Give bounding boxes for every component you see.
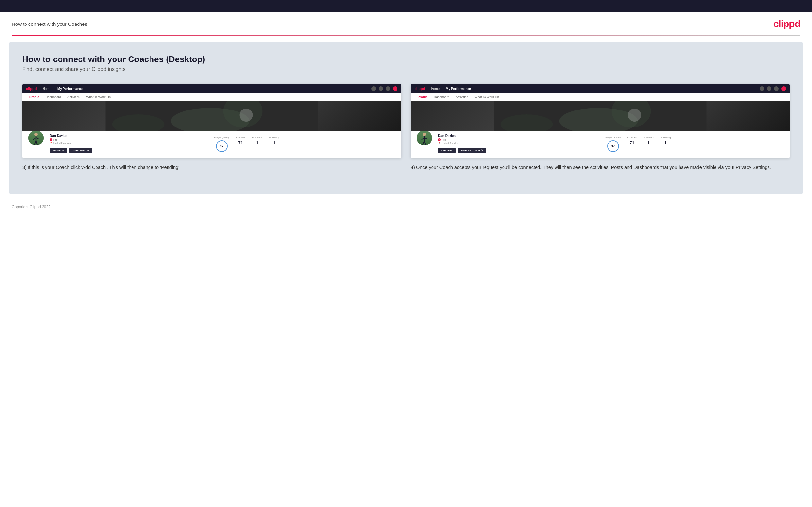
svg-point-5 — [34, 133, 38, 136]
svg-line-21 — [424, 141, 426, 145]
screenshot-col-2: clippd Home My Performance Profile Dashb… — [411, 84, 790, 171]
footer: Copyright Clippd 2022 — [0, 200, 812, 214]
add-coach-label-1: Add Coach — [72, 149, 86, 152]
search-icon-2[interactable] — [760, 86, 764, 91]
mock-nav-performance-2[interactable]: My Performance — [446, 87, 471, 91]
mock-avatar-wrap-1 — [28, 129, 45, 147]
caption-2: 4) Once your Coach accepts your request … — [411, 164, 790, 171]
avatar-inner-2 — [417, 130, 432, 146]
screenshot-col-1: clippd Home My Performance Profile Dashb… — [22, 84, 401, 171]
stat-followers-value-2: 1 — [644, 140, 654, 145]
tab-dashboard-1[interactable]: Dashboard — [43, 93, 64, 101]
unfollow-button-1[interactable]: Unfollow — [50, 148, 67, 153]
mock-nav-performance-1[interactable]: My Performance — [57, 87, 83, 91]
caption-1: 3) If this is your Coach click 'Add Coac… — [22, 164, 401, 171]
remove-coach-button-2[interactable]: Remove Coach ✕ — [458, 148, 487, 153]
page-subheading: Find, connect and share your Clippd insi… — [22, 66, 790, 72]
location-pin-2: 📍 — [438, 142, 441, 144]
avatar-1 — [28, 129, 45, 147]
copyright-text: Copyright Clippd 2022 — [12, 205, 51, 209]
badge-label-1: Pro — [53, 138, 57, 141]
header: How to connect with your Coaches clippd — [0, 12, 812, 35]
quality-circle-2: 97 — [607, 140, 619, 152]
logo: clippd — [773, 18, 800, 30]
mock-avatar-wrap-2 — [416, 129, 433, 147]
stat-followers-1: Followers 1 — [252, 136, 263, 152]
stat-activities-value-1: 71 — [236, 140, 246, 145]
profile-icon-2[interactable] — [781, 86, 786, 91]
mock-tabs-1: Profile Dashboard Activities What To Wor… — [22, 93, 401, 101]
mock-nav-home-2[interactable]: Home — [431, 87, 440, 91]
user-name-1: Dan Davies — [50, 134, 92, 137]
mock-cover-2 — [411, 101, 790, 131]
search-icon-1[interactable] — [371, 86, 376, 91]
add-coach-icon-1: + — [87, 149, 89, 152]
mock-browser-1: clippd Home My Performance Profile Dashb… — [22, 84, 401, 158]
tab-whattoworkon-1[interactable]: What To Work On — [83, 93, 114, 101]
main-content: How to connect with your Coaches (Deskto… — [9, 43, 803, 193]
badge-label-2: Pro — [442, 138, 446, 141]
quality-value-2: 97 — [611, 144, 615, 148]
user-name-2: Dan Davies — [438, 134, 487, 137]
svg-line-9 — [34, 141, 36, 145]
tab-profile-1[interactable]: Profile — [26, 93, 43, 101]
badge-dot-2 — [438, 138, 441, 141]
stat-following-2: Following 1 — [661, 136, 671, 152]
page-heading: How to connect with your Coaches (Deskto… — [22, 54, 790, 64]
mock-cover-1 — [22, 101, 401, 131]
mock-logo-1: clippd — [26, 87, 37, 91]
header-divider — [12, 35, 800, 36]
user-icon-1[interactable] — [378, 86, 383, 91]
user-badge-2: Pro — [438, 138, 487, 141]
screenshots-row: clippd Home My Performance Profile Dashb… — [22, 84, 790, 171]
mock-nav-home-1[interactable]: Home — [43, 87, 51, 91]
profile-icon-1[interactable] — [393, 86, 398, 91]
mock-stats-1: Player Quality 97 Activities 71 Follower… — [98, 132, 396, 152]
golfer-svg-2 — [418, 132, 430, 146]
stat-followers-label-1: Followers — [252, 136, 263, 139]
settings-icon-2[interactable] — [774, 86, 779, 91]
stat-following-label-1: Following — [269, 136, 280, 139]
mock-actions-1: Unfollow Add Coach + — [50, 148, 92, 153]
svg-point-3 — [240, 109, 253, 122]
mock-profile-section-2: Dan Davies Pro 📍 United Kingdom Unfollow — [411, 131, 790, 158]
mock-user-info-2: Dan Davies Pro 📍 United Kingdom Unfollow — [438, 131, 487, 153]
remove-coach-label-2: Remove Coach — [461, 149, 480, 152]
svg-point-16 — [423, 133, 426, 136]
mock-nav-icons-1 — [371, 86, 398, 91]
stat-following-value-1: 1 — [269, 140, 280, 145]
mock-logo-2: clippd — [414, 87, 425, 91]
location-text-2: United Kingdom — [442, 142, 459, 145]
user-location-1: 📍 United Kingdom — [50, 142, 92, 145]
top-bar — [0, 0, 812, 12]
mock-actions-2: Unfollow Remove Coach ✕ — [438, 148, 487, 153]
svg-point-14 — [628, 109, 641, 122]
tab-profile-2[interactable]: Profile — [414, 93, 431, 101]
unfollow-button-2[interactable]: Unfollow — [438, 148, 456, 153]
user-location-2: 📍 United Kingdom — [438, 142, 487, 145]
stat-quality-1: Player Quality 97 — [214, 136, 229, 152]
tab-dashboard-2[interactable]: Dashboard — [431, 93, 452, 101]
quality-circle-1: 97 — [216, 140, 228, 152]
mock-nav-icons-2 — [760, 86, 786, 91]
mock-nav-2: clippd Home My Performance — [411, 84, 790, 93]
stat-activities-label-1: Activities — [236, 136, 246, 139]
stat-activities-label-2: Activities — [627, 136, 637, 139]
cover-decoration-2 — [411, 101, 790, 131]
tab-activities-2[interactable]: Activities — [452, 93, 471, 101]
stat-quality-label-2: Player Quality — [605, 136, 621, 139]
stat-following-label-2: Following — [661, 136, 671, 139]
user-icon-2[interactable] — [767, 86, 771, 91]
tab-whattoworkon-2[interactable]: What To Work On — [471, 93, 503, 101]
mock-user-info-1: Dan Davies Pro 📍 United Kingdom Unfollow — [50, 131, 92, 153]
add-coach-button-1[interactable]: Add Coach + — [69, 148, 92, 153]
header-title: How to connect with your Coaches — [12, 21, 87, 27]
stat-activities-value-2: 71 — [627, 140, 637, 145]
location-pin-1: 📍 — [50, 142, 53, 144]
settings-icon-1[interactable] — [386, 86, 390, 91]
avatar-2 — [416, 129, 433, 147]
mock-stats-2: Player Quality 97 Activities 71 Follower… — [492, 132, 784, 152]
stat-followers-2: Followers 1 — [644, 136, 654, 152]
svg-line-20 — [423, 141, 424, 145]
tab-activities-1[interactable]: Activities — [64, 93, 83, 101]
